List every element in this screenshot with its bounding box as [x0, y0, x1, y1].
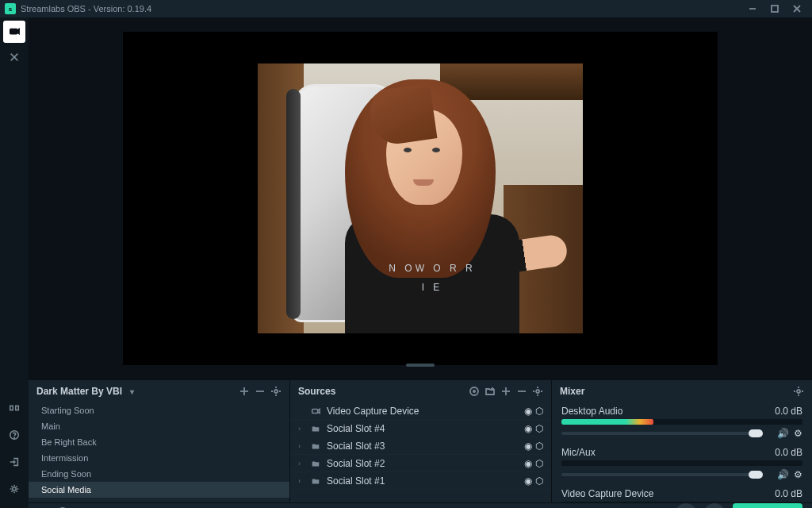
- scene-collection-dropdown[interactable]: ▾: [130, 387, 134, 396]
- scene-settings-button[interactable]: [270, 386, 282, 397]
- add-source-button[interactable]: [500, 386, 511, 397]
- footer: REC Go Live: [29, 502, 812, 508]
- nav-settings[interactable]: [3, 478, 25, 500]
- nav-help[interactable]: [3, 424, 25, 446]
- nav-login[interactable]: [3, 451, 25, 473]
- nav-studio-mode[interactable]: [3, 397, 25, 419]
- lock-icon[interactable]: ⬡: [535, 458, 543, 469]
- channel-name: Mic/Aux: [561, 447, 596, 458]
- record-button[interactable]: REC: [676, 503, 696, 508]
- svg-rect-24: [312, 409, 318, 413]
- replay-button[interactable]: [704, 503, 725, 508]
- svg-point-10: [14, 437, 15, 438]
- volume-slider[interactable]: [561, 432, 756, 435]
- titlebar: s Streamlabs OBS - Version: 0.19.4: [0, 0, 812, 17]
- lock-icon[interactable]: ⬡: [535, 423, 543, 434]
- source-settings-button[interactable]: [532, 386, 543, 397]
- source-circle-button[interactable]: [469, 386, 480, 397]
- folder-icon: [311, 476, 320, 486]
- mute-icon[interactable]: 🔊: [777, 469, 789, 480]
- nav-editor[interactable]: [3, 21, 25, 43]
- add-scene-button[interactable]: [239, 386, 250, 397]
- visibility-icon[interactable]: ◉: [524, 423, 532, 434]
- svg-rect-7: [10, 406, 13, 410]
- preview-canvas[interactable]: N OW O R R I E: [123, 32, 718, 365]
- sources-title: Sources: [298, 386, 335, 397]
- add-folder-button[interactable]: [485, 386, 496, 397]
- scene-collection-name[interactable]: Dark Matter By VBI: [36, 386, 122, 397]
- visibility-icon[interactable]: ◉: [524, 406, 532, 417]
- mixer-title: Mixer: [560, 386, 584, 397]
- mixer-channel: Video Capture Device0.0 dB🔊⚙: [552, 485, 812, 502]
- svg-rect-1: [772, 6, 778, 12]
- channel-name: Desktop Audio: [561, 406, 622, 417]
- mixer-channel: Desktop Audio0.0 dB🔊⚙: [552, 402, 812, 444]
- svg-rect-4: [10, 29, 17, 34]
- folder-icon: [311, 441, 320, 451]
- visibility-icon[interactable]: ◉: [524, 458, 532, 469]
- channel-db: 0.0 dB: [775, 447, 802, 458]
- visibility-icon[interactable]: ◉: [524, 441, 532, 452]
- channel-db: 0.0 dB: [775, 406, 802, 417]
- mixer-panel: Mixer Desktop Audio0.0 dB🔊⚙Mic/Aux0.0 dB…: [552, 380, 812, 502]
- audio-meter: [561, 460, 802, 466]
- go-live-button[interactable]: Go Live: [733, 503, 802, 508]
- panel-resize-handle[interactable]: [406, 364, 435, 367]
- close-button[interactable]: [787, 2, 807, 16]
- scenes-panel: Dark Matter By VBI ▾ Starting SoonMainBe…: [29, 380, 290, 502]
- svg-point-15: [274, 390, 278, 393]
- audio-meter: [561, 502, 802, 502]
- remove-scene-button[interactable]: [255, 386, 266, 397]
- mixer-channel: Mic/Aux0.0 dB🔊⚙: [552, 444, 812, 485]
- channel-settings-icon[interactable]: ⚙: [794, 428, 802, 439]
- svg-point-25: [797, 390, 800, 393]
- app-title: Streamlabs OBS - Version: 0.19.4: [21, 4, 151, 13]
- folder-icon: [311, 459, 320, 468]
- source-item[interactable]: Video Capture Device◉⬡: [290, 402, 551, 420]
- audio-meter: [561, 419, 802, 425]
- channel-settings-icon[interactable]: ⚙: [794, 469, 802, 480]
- mixer-settings-button[interactable]: [793, 386, 804, 397]
- svg-point-11: [13, 487, 16, 491]
- scene-item[interactable]: Intermission: [29, 450, 289, 466]
- channel-name: Video Capture Device: [561, 488, 654, 499]
- svg-point-17: [473, 390, 476, 393]
- volume-slider[interactable]: [561, 473, 756, 476]
- visibility-icon[interactable]: ◉: [524, 475, 532, 487]
- mute-icon[interactable]: 🔊: [777, 428, 789, 439]
- source-item[interactable]: ›Social Slot #2◉⬡: [290, 455, 551, 472]
- sources-panel: Sources Video Capture Device◉⬡›Social Sl…: [290, 380, 552, 502]
- nav-settings-tools[interactable]: [3, 46, 25, 68]
- scene-item[interactable]: Main: [29, 418, 289, 434]
- source-item[interactable]: ›Social Slot #1◉⬡: [290, 472, 551, 490]
- folder-icon: [311, 424, 320, 433]
- webcam-feed: N OW O R R I E: [258, 64, 583, 333]
- scene-item[interactable]: Social Media: [29, 482, 289, 498]
- lock-icon[interactable]: ⬡: [535, 441, 543, 452]
- channel-db: 0.0 dB: [775, 488, 802, 499]
- lock-icon[interactable]: ⬡: [535, 475, 543, 487]
- lock-icon[interactable]: ⬡: [535, 406, 543, 417]
- maximize-button[interactable]: [764, 2, 785, 16]
- minimize-button[interactable]: [742, 2, 763, 16]
- camera-icon: [311, 406, 320, 416]
- scene-item[interactable]: Starting Soon: [29, 402, 289, 418]
- source-item[interactable]: ›Social Slot #3◉⬡: [290, 437, 551, 455]
- scene-item[interactable]: Be Right Back: [29, 434, 289, 450]
- source-item[interactable]: ›Social Slot #4◉⬡: [290, 420, 551, 437]
- svg-rect-8: [16, 406, 19, 410]
- svg-point-23: [536, 390, 539, 393]
- remove-source-button[interactable]: [516, 386, 527, 397]
- sidebar: [0, 17, 29, 508]
- preview-area: N OW O R R I E: [29, 17, 812, 379]
- app-logo: s: [5, 3, 16, 14]
- scene-item[interactable]: Ending Soon: [29, 466, 289, 482]
